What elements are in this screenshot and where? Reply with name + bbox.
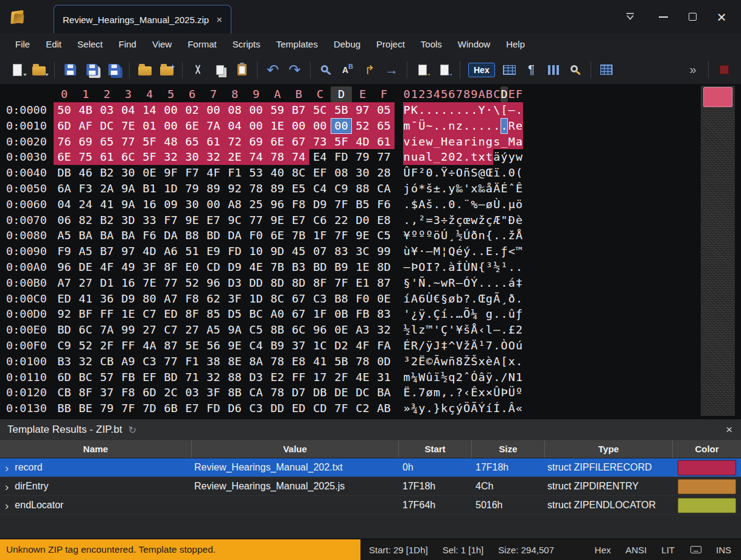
ascii-char[interactable]: ‹	[463, 385, 470, 401]
ascii-char[interactable]: t	[471, 149, 478, 165]
hex-byte[interactable]: D9	[309, 197, 331, 212]
hex-byte[interactable]: DC	[352, 385, 373, 401]
hex-byte[interactable]: 89	[203, 181, 224, 197]
ascii-char[interactable]: Õ	[463, 306, 470, 322]
hex-byte[interactable]: 01	[139, 118, 160, 134]
hex-byte[interactable]: 69	[245, 134, 267, 150]
toolbar-cut-button[interactable]	[187, 60, 209, 80]
ascii-char[interactable]: Ý	[471, 275, 478, 291]
ascii-char[interactable]: 2	[455, 369, 463, 385]
ascii-char[interactable]: ð	[508, 291, 515, 307]
ascii-char[interactable]: j	[403, 181, 410, 197]
hex-byte[interactable]: 8F	[181, 306, 203, 322]
column-header-start[interactable]: Start	[399, 440, 472, 458]
ascii-char[interactable]: ±	[433, 181, 440, 197]
ascii-char[interactable]: 0	[426, 165, 433, 181]
toolbar-save-all-button[interactable]	[103, 60, 125, 80]
ascii-char[interactable]: O	[418, 259, 426, 275]
status-hex-mode[interactable]: Hex	[595, 545, 611, 555]
toolbar-columns-button[interactable]	[543, 60, 564, 80]
hex-byte[interactable]: B8	[181, 228, 203, 243]
hex-byte[interactable]: E7	[288, 212, 309, 228]
hex-byte[interactable]: 24	[75, 197, 96, 212]
hex-byte[interactable]: CA	[373, 181, 395, 197]
hex-byte[interactable]: 32	[373, 322, 395, 338]
ascii-char[interactable]: ?	[463, 291, 470, 307]
ascii-char[interactable]: m	[403, 118, 410, 134]
template-row-dirEntry[interactable]: ›dirEntryReview_Hearings_Manual_2025.js1…	[0, 477, 741, 496]
hex-byte[interactable]: F3	[75, 181, 96, 197]
template-row-endLocator[interactable]: ›endLocator17F64h5016hstruct ZIPENDLOCAT…	[0, 496, 741, 515]
hex-byte[interactable]: A8	[224, 197, 245, 212]
hex-byte[interactable]: 0E	[373, 291, 395, 307]
hex-byte[interactable]: 9F	[160, 165, 181, 181]
ascii-char[interactable]: .	[426, 401, 433, 416]
ascii-char[interactable]: ³	[485, 259, 493, 275]
ascii-char[interactable]: ,	[440, 385, 448, 401]
ascii-char[interactable]: k	[440, 401, 448, 416]
color-swatch[interactable]	[678, 498, 736, 513]
hex-byte[interactable]: 9E	[352, 228, 373, 243]
hex-byte[interactable]: 9C	[224, 212, 245, 228]
hex-byte[interactable]: C3	[139, 354, 160, 369]
hex-byte[interactable]: ED	[54, 291, 75, 307]
ascii-char[interactable]: Û	[493, 385, 500, 401]
hex-byte[interactable]: A6	[160, 243, 181, 259]
hex-byte[interactable]: C3	[245, 401, 267, 416]
hex-byte[interactable]: 5E	[181, 338, 203, 354]
ascii-char[interactable]: g	[485, 291, 493, 307]
ascii-char[interactable]: ï	[493, 165, 500, 181]
ascii-char[interactable]: ~	[426, 118, 433, 134]
hex-byte[interactable]: 6E	[181, 118, 203, 134]
menu-window[interactable]: Window	[450, 33, 498, 55]
ascii-char[interactable]: ž	[508, 228, 515, 243]
ascii-char[interactable]: .	[426, 306, 433, 322]
hex-byte[interactable]: 0E	[331, 322, 352, 338]
menu-scripts[interactable]: Scripts	[225, 33, 269, 55]
ascii-char[interactable]: .	[463, 102, 470, 118]
ascii-char[interactable]: –	[455, 275, 463, 291]
ascii-char[interactable]: '	[410, 275, 418, 291]
hex-byte[interactable]: 56	[203, 338, 224, 354]
hex-byte[interactable]: A7	[54, 275, 75, 291]
hex-byte[interactable]: 62	[203, 291, 224, 307]
hex-byte[interactable]: E5	[288, 181, 309, 197]
ascii-char[interactable]: '	[403, 306, 410, 322]
ascii-char[interactable]: ž	[463, 338, 470, 354]
ascii-char[interactable]: Í	[455, 259, 463, 275]
ascii-char[interactable]: Í	[493, 401, 500, 416]
hex-byte[interactable]: 4E	[245, 259, 267, 275]
hex-byte[interactable]: DA	[224, 228, 245, 243]
hex-byte[interactable]: 9A	[118, 197, 139, 212]
ascii-char[interactable]: ÷	[448, 165, 455, 181]
hex-byte[interactable]: 16	[118, 275, 139, 291]
ascii-char[interactable]: –	[403, 259, 410, 275]
hex-byte[interactable]: 7E	[118, 118, 139, 134]
hex-byte[interactable]: FA	[373, 338, 395, 354]
hex-byte[interactable]: 3F	[139, 259, 160, 275]
hex-byte[interactable]: BA	[75, 228, 96, 243]
hex-byte[interactable]: 1D	[245, 291, 267, 307]
ascii-char[interactable]: Œ	[478, 291, 485, 307]
ascii-char[interactable]: Ë	[403, 385, 410, 401]
ascii-char[interactable]: í	[440, 306, 448, 322]
ascii-char[interactable]: ñ	[463, 165, 470, 181]
hex-byte[interactable]: D1	[96, 275, 118, 291]
ascii-char[interactable]: Ñ	[418, 275, 426, 291]
ascii-char[interactable]: É	[403, 338, 410, 354]
hex-byte[interactable]: F8	[118, 385, 139, 401]
hex-byte[interactable]: 67	[288, 134, 309, 150]
ascii-char[interactable]: ×	[485, 385, 493, 401]
ascii-char[interactable]: .	[515, 291, 522, 307]
ascii-char[interactable]: .	[508, 259, 515, 275]
ascii-char[interactable]: š	[463, 322, 470, 338]
template-row-record[interactable]: ›recordReview_Hearings_Manual_202.txt0h1…	[0, 458, 741, 477]
ascii-char[interactable]: w	[515, 149, 522, 165]
hex-byte[interactable]: 22	[331, 212, 352, 228]
hex-byte[interactable]: 92	[224, 181, 245, 197]
hex-byte[interactable]: 7F	[331, 275, 352, 291]
hex-byte[interactable]: 17	[309, 369, 331, 385]
ascii-char[interactable]: Ù	[463, 259, 470, 275]
toolbar-open-folder-button[interactable]	[28, 60, 50, 80]
ascii-char[interactable]: @	[478, 165, 485, 181]
